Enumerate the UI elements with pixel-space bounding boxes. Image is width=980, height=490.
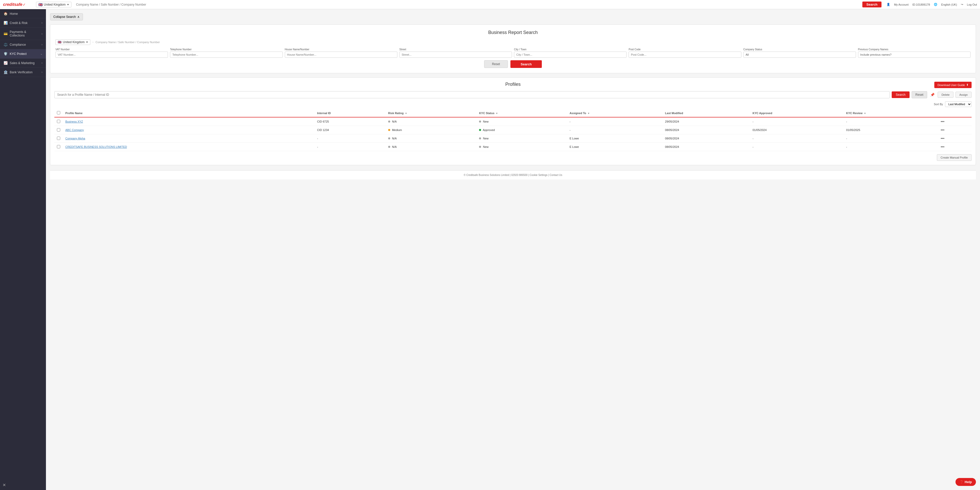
- profile-search-button[interactable]: Search: [892, 91, 910, 98]
- search-button[interactable]: Search: [511, 60, 542, 68]
- footer: © Creditsafe Business Solutions Limited …: [50, 170, 976, 179]
- sidebar-item-bank-verification[interactable]: 🏦 Bank Verification ›: [0, 68, 46, 77]
- search-button[interactable]: Search: [862, 2, 881, 7]
- kyc-dot: [479, 121, 481, 123]
- search-input[interactable]: [74, 3, 862, 6]
- house-field-group: House Name/Number: [285, 48, 397, 58]
- download-label: Download User Guide: [937, 83, 965, 86]
- logout-label[interactable]: Log Out: [967, 3, 977, 6]
- reset-button[interactable]: Reset: [484, 60, 508, 68]
- row-checkbox[interactable]: [57, 145, 60, 148]
- vat-input[interactable]: [56, 51, 168, 58]
- search-country-dropdown[interactable]: 🇬🇧 United Kingdom ▼: [56, 39, 90, 45]
- col-kyc-review: KYC Review ▼: [844, 109, 938, 117]
- postcode-input[interactable]: [628, 51, 741, 58]
- download-user-guide-button[interactable]: Download User Guide ⬆: [934, 82, 972, 88]
- kyc-status-value: New: [483, 120, 488, 123]
- previous-names-label: Previous Company Names: [858, 48, 970, 51]
- contact-us-link[interactable]: Contact Us: [550, 174, 562, 176]
- sidebar-item-credit-risk[interactable]: 📊 Credit & Risk ›: [0, 18, 46, 27]
- chevron-down-icon: ⌄: [40, 52, 42, 55]
- kyc-status-value: New: [483, 137, 488, 140]
- city-input[interactable]: [514, 51, 627, 58]
- profile-name-link[interactable]: Company Alpha: [65, 137, 85, 140]
- kyc-status-cell: New: [476, 134, 567, 143]
- profile-name-link[interactable]: Business XYZ: [65, 120, 83, 123]
- cookie-settings-link[interactable]: Cookie Settings: [530, 174, 547, 176]
- row-actions-menu[interactable]: •••: [941, 145, 945, 149]
- risk-rating-value: N/A: [392, 120, 396, 123]
- telephone-field-group: Telephone Number: [170, 48, 283, 58]
- kyc-approved-cell: -: [750, 134, 844, 143]
- kyc-status-value: New: [483, 145, 488, 148]
- col-risk-rating: Risk Rating ▼: [386, 109, 477, 117]
- row-checkbox-cell: [54, 117, 63, 126]
- row-actions-menu[interactable]: •••: [941, 120, 945, 124]
- table-row: Company Alpha - N/A New E Lowe 08/05/202…: [54, 134, 972, 143]
- telephone-input[interactable]: [170, 51, 283, 58]
- country-selector[interactable]: 🇬🇧 United Kingdom ▼: [36, 2, 72, 7]
- street-input[interactable]: [399, 51, 512, 58]
- sidebar-item-home[interactable]: 🏠 Home: [0, 9, 46, 18]
- top-nav: credit safe ✓ 🇬🇧 United Kingdom ▼ Search…: [0, 0, 980, 9]
- row-checkbox[interactable]: [57, 120, 60, 123]
- table-row: CREDITSAFE BUSINESS SOLUTIONS LIMITED - …: [54, 143, 972, 151]
- col-internal-id: Internal ID: [314, 109, 385, 117]
- row-actions-menu[interactable]: •••: [941, 136, 945, 140]
- help-button[interactable]: ❓ Help: [956, 478, 976, 486]
- internal-id-cell: -: [314, 143, 385, 151]
- profile-name-link[interactable]: ABC Company: [65, 128, 84, 131]
- telephone-label: Telephone Number: [170, 48, 283, 51]
- my-account-label[interactable]: My Account: [894, 3, 908, 6]
- chevron-down-icon: ▼: [67, 3, 69, 6]
- kyc-approved-cell: -: [750, 143, 844, 151]
- company-status-field-group: Company Status All: [743, 48, 856, 58]
- risk-dot: [388, 129, 390, 131]
- logo-safe: safe: [14, 2, 22, 7]
- table-row: Business XYZ CID 6725 N/A New - 29/05/20…: [54, 117, 972, 126]
- risk-dot: [388, 121, 390, 123]
- city-label: City / Town: [514, 48, 627, 51]
- last-modified-cell: 08/05/2024: [662, 143, 750, 151]
- postcode-field-group: Post Code: [628, 48, 741, 58]
- risk-rating-cell: N/A: [386, 134, 477, 143]
- profile-reset-button[interactable]: Reset: [912, 91, 927, 98]
- row-checkbox[interactable]: [57, 128, 60, 131]
- sidebar-item-sales[interactable]: 📈 Sales & Marketing ›: [0, 59, 46, 68]
- profiles-section: Download User Guide ⬆ Profiles Search Re…: [50, 77, 976, 165]
- profile-search-input[interactable]: [54, 91, 890, 98]
- company-status-select[interactable]: All: [743, 51, 856, 58]
- kyc-approved-cell: 01/05/2024: [750, 126, 844, 134]
- close-sidebar-button[interactable]: ✕: [3, 483, 6, 487]
- profile-search-row: Search Reset 📌 Delete Assign: [54, 91, 972, 98]
- create-manual-row: Create Manual Profile: [54, 154, 972, 161]
- sales-icon: 📈: [3, 61, 8, 65]
- language-label[interactable]: English (UK): [941, 3, 957, 6]
- sidebar-item-kyc-protect[interactable]: 🛡️ KYC Protect ⌄: [0, 49, 46, 59]
- logo-checkmark: ✓: [23, 3, 26, 6]
- sort-row: Sort By Last Modified: [54, 101, 972, 107]
- footer-copyright: © Creditsafe Business Solutions Limited …: [464, 174, 529, 176]
- sidebar-item-compliance[interactable]: ⚖️ Compliance ›: [0, 40, 46, 49]
- logo: credit safe ✓: [3, 2, 26, 7]
- collapse-search-button[interactable]: Collapse Search ∧: [50, 13, 83, 21]
- account-icon: 👤: [886, 3, 890, 6]
- sidebar-item-payments[interactable]: 💳 Payments & Collections ›: [0, 27, 46, 40]
- logout-icon: ↪: [961, 3, 963, 6]
- business-search-title: Business Report Search: [56, 30, 970, 35]
- assign-button[interactable]: Assign: [956, 92, 972, 98]
- house-input[interactable]: [285, 51, 397, 58]
- row-actions-menu[interactable]: •••: [941, 128, 945, 132]
- select-all-checkbox[interactable]: [57, 111, 60, 114]
- kyc-status-cell: New: [476, 143, 567, 151]
- previous-names-select[interactable]: Include previous names?: [858, 51, 970, 58]
- profiles-title: Profiles: [54, 82, 972, 87]
- search-country-row: 🇬🇧 United Kingdom ▼ › Company Name / Saf…: [56, 39, 970, 45]
- delete-button[interactable]: Delete: [938, 92, 953, 98]
- row-actions-cell: •••: [938, 143, 972, 151]
- row-checkbox[interactable]: [57, 137, 60, 140]
- create-manual-profile-button[interactable]: Create Manual Profile: [937, 154, 972, 161]
- profile-name-link[interactable]: CREDITSAFE BUSINESS SOLUTIONS LIMITED: [65, 145, 127, 148]
- sort-select[interactable]: Last Modified: [945, 101, 972, 107]
- kyc-review-cell: -: [844, 117, 938, 126]
